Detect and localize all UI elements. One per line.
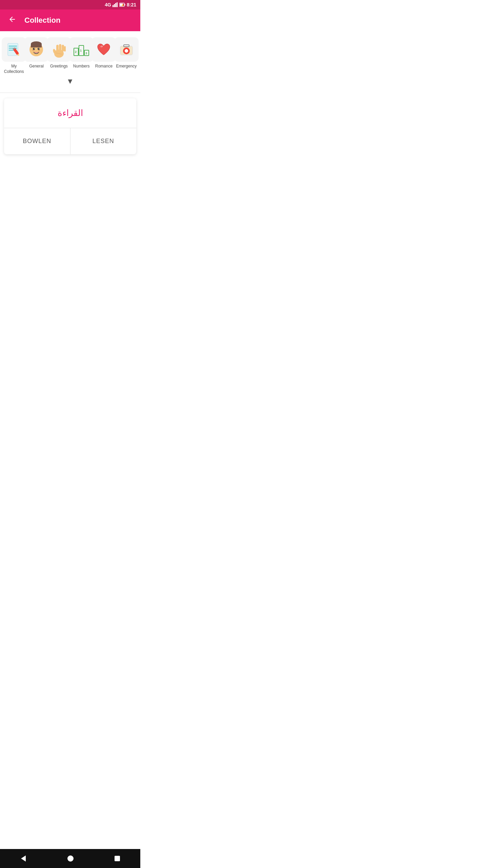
divider [0,93,140,93]
svg-rect-2 [115,3,116,7]
svg-text:2: 2 [75,50,77,54]
svg-rect-1 [114,4,115,7]
numbers-icon: 2 1 3 [73,41,90,58]
greetings-icon [50,41,68,58]
svg-rect-41 [124,45,129,47]
category-romance[interactable]: Romance [93,37,115,69]
emergency-label: Emergency [116,64,137,69]
svg-rect-0 [113,5,114,7]
category-greetings[interactable]: Greetings [48,37,70,69]
category-emergency[interactable]: Emergency [116,37,137,69]
translation-bowlen[interactable]: BOWLEN [4,128,70,154]
signal-indicator: 4G [105,2,111,7]
numbers-label: Numbers [73,64,90,69]
romance-icon-wrapper [92,37,116,62]
general-icon [27,41,45,58]
svg-rect-17 [31,44,42,47]
svg-point-21 [39,48,39,49]
category-general[interactable]: General [25,37,47,69]
back-button[interactable] [5,13,19,28]
svg-point-19 [38,48,40,50]
battery-icon: ⚡ [119,3,125,7]
categories-row: My Collections [3,37,138,74]
general-label: General [29,64,44,69]
categories-section: My Collections [0,31,140,93]
general-icon-wrapper [24,37,48,62]
expand-chevron-row[interactable]: ▼ [3,74,138,90]
svg-text:3: 3 [85,52,87,55]
svg-point-18 [33,48,35,50]
my-collections-icon [5,41,23,58]
svg-rect-29 [59,44,61,52]
card-translations-row: BOWLEN LESEN [4,128,136,154]
svg-rect-30 [62,45,64,52]
svg-text:1: 1 [80,49,82,52]
translation-lesen[interactable]: LESEN [70,128,137,154]
numbers-icon-wrapper: 2 1 3 [69,37,94,62]
card-arabic-section: القراءة [4,98,136,128]
flashcard: القراءة BOWLEN LESEN [4,98,136,154]
svg-text:⚡: ⚡ [121,3,124,7]
app-bar: Collection [0,9,140,31]
svg-point-25 [38,51,39,52]
arabic-text: القراءة [58,108,83,118]
category-numbers[interactable]: 2 1 3 Numbers [70,37,92,69]
svg-point-23 [34,51,35,52]
svg-rect-6 [124,4,125,6]
translation-bowlen-text: BOWLEN [23,138,51,144]
greetings-label: Greetings [50,64,68,69]
svg-rect-44 [125,50,128,52]
translation-lesen-text: LESEN [93,138,114,144]
romance-icon [95,41,113,58]
emergency-icon-wrapper [114,37,139,62]
signal-icon [113,2,118,7]
status-icons: 4G ⚡ 8:21 [105,2,136,7]
svg-rect-3 [117,2,118,7]
greetings-icon-wrapper [47,37,71,62]
my-collections-label: My Collections [3,64,25,74]
back-arrow-icon [8,15,16,23]
chevron-down-icon[interactable]: ▼ [66,77,74,86]
status-bar: 4G ⚡ 8:21 [0,0,140,9]
romance-label: Romance [95,64,113,69]
svg-rect-31 [64,46,66,52]
svg-rect-28 [56,45,59,52]
my-collections-icon-wrapper [2,37,26,62]
time-display: 8:21 [127,2,136,7]
page-title: Collection [24,16,60,25]
category-my-collections[interactable]: My Collections [3,37,25,74]
emergency-icon [118,41,135,58]
svg-point-22 [33,50,34,51]
svg-point-20 [34,48,35,49]
